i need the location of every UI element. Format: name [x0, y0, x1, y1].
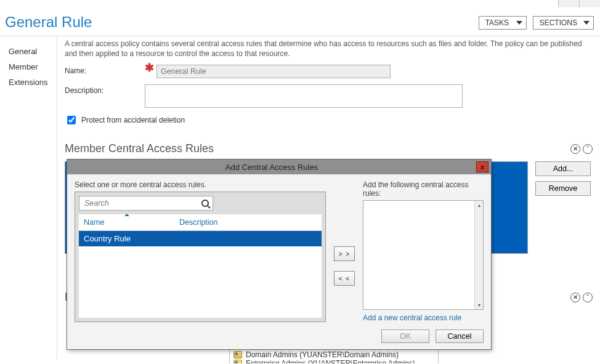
scroll-up-icon[interactable]: ▴ [475, 201, 483, 209]
section-collapse-icon[interactable]: ˆ [583, 293, 593, 302]
search-icon[interactable] [201, 200, 209, 207]
section-close-icon[interactable]: ✕ [570, 293, 580, 302]
scroll-down-icon[interactable]: ▾ [475, 301, 483, 309]
section-collapse-icon[interactable]: ˆ [583, 144, 593, 154]
dialog-title: Add Central Access Rules [67, 163, 476, 172]
selected-rules-label: Add the following central access rules: [363, 180, 484, 198]
available-rules-label: Select one or more central access rules. [75, 180, 326, 189]
ok-button[interactable]: OK [381, 330, 429, 343]
add-central-access-rules-dialog: Add Central Access Rules x Select one or… [67, 159, 492, 350]
table-row[interactable]: Country Rule [79, 231, 322, 246]
scrollbar[interactable]: ▴ ▾ [474, 201, 483, 309]
caret-down-icon [516, 21, 522, 25]
group-icon [233, 351, 242, 358]
window-titlebar-fragment [0, 0, 600, 7]
tasks-label: TASKS [485, 18, 509, 27]
selected-rules-list[interactable]: ▴ ▾ [363, 200, 484, 310]
required-asterisk-icon: ✱ [145, 65, 156, 71]
caret-down-icon [583, 21, 590, 25]
cancel-button[interactable]: Cancel [436, 330, 484, 343]
close-icon[interactable]: x [476, 161, 489, 172]
available-rules-panel: Name Description Country Rule [75, 192, 326, 322]
sort-ascending-icon [124, 214, 129, 216]
protect-label: Protect from accidental deletion [81, 116, 185, 124]
add-button[interactable]: Add... [535, 161, 591, 176]
description-input[interactable] [145, 84, 463, 108]
search-input-wrap[interactable] [79, 196, 213, 211]
window-control-2[interactable] [579, 0, 600, 7]
column-header-description[interactable]: Description [174, 215, 322, 230]
background-group-list: Domain Admins (YUANSTER\Domain Admins) E… [229, 349, 439, 363]
protect-checkbox[interactable] [67, 116, 76, 124]
member-section-header: Member Central Access Rules ✕ ˆ [65, 142, 600, 155]
tasks-menu[interactable]: TASKS [479, 16, 527, 30]
column-header-name[interactable]: Name [79, 215, 174, 230]
window-control-1[interactable] [558, 0, 579, 7]
sections-label: SECTIONS [540, 18, 577, 27]
available-rules-table: Name Description Country Rule [79, 214, 322, 318]
remove-button[interactable]: Remove [535, 181, 591, 196]
description-label: Description: [65, 84, 145, 95]
page-header: General Rule TASKS SECTIONS [0, 7, 600, 36]
search-input[interactable] [83, 198, 201, 208]
move-right-button[interactable]: > > [334, 246, 355, 261]
nav-member[interactable]: Member [9, 59, 57, 75]
group-icon [233, 360, 242, 363]
intro-text: A central access policy contains several… [65, 39, 600, 59]
move-left-button[interactable]: < < [334, 271, 355, 286]
name-label: Name: [65, 65, 145, 75]
nav-general[interactable]: General [9, 44, 57, 59]
dialog-titlebar[interactable]: Add Central Access Rules x [67, 160, 491, 174]
page-title: General Rule [5, 14, 479, 31]
name-input[interactable] [156, 65, 391, 78]
add-new-rule-link[interactable]: Add a new central access rule [363, 313, 484, 322]
section-nav: General Member Extensions [0, 36, 57, 360]
sections-menu[interactable]: SECTIONS [533, 16, 594, 30]
nav-extensions[interactable]: Extensions [9, 75, 57, 90]
section-close-icon[interactable]: ✕ [570, 144, 580, 154]
